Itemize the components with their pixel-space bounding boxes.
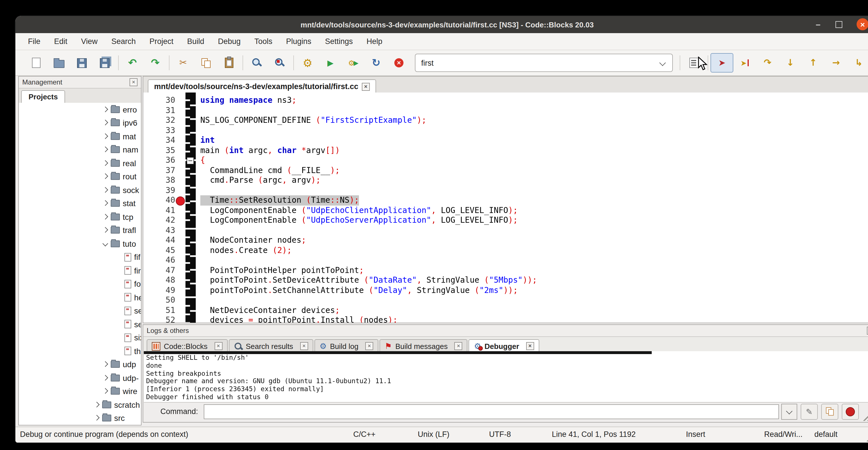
- menu-build[interactable]: Build: [180, 37, 211, 46]
- tree-item-erro[interactable]: erro: [19, 103, 141, 116]
- close-icon[interactable]: ×: [300, 342, 308, 350]
- close-icon[interactable]: ×: [214, 342, 222, 350]
- code-line-39[interactable]: 39: [143, 185, 868, 195]
- code-line-48[interactable]: 48 pointToPoint.SetDeviceAttribute ("Dat…: [143, 275, 868, 285]
- tree-item-nam[interactable]: nam: [19, 143, 141, 156]
- code-line-49[interactable]: 49 pointToPoint.SetChannelAttribute ("De…: [143, 285, 868, 295]
- code-line-37[interactable]: 37 CommandLine cmd (__FILE__);: [143, 165, 868, 175]
- chevron-right-icon[interactable]: [94, 416, 100, 421]
- rebuild-button[interactable]: [365, 53, 388, 72]
- chevron-right-icon[interactable]: [102, 228, 109, 233]
- code-line-51[interactable]: 51 NetDeviceContainer devices;: [143, 305, 868, 315]
- menu-project[interactable]: Project: [143, 37, 180, 46]
- open-button[interactable]: [48, 53, 70, 72]
- code-line-36[interactable]: 36{: [143, 155, 868, 165]
- code-line-31[interactable]: 31: [143, 106, 868, 115]
- tree-item-he[interactable]: he: [19, 291, 141, 304]
- code-line-35[interactable]: 35main (int argc, char *argv[]): [143, 145, 868, 155]
- step-into-button[interactable]: [779, 53, 802, 72]
- chevron-right-icon[interactable]: [94, 402, 100, 408]
- code-line-41[interactable]: 41 LogComponentEnable ("UdpEchoClientApp…: [143, 205, 868, 215]
- tree-item-udp-[interactable]: udp-: [19, 371, 141, 385]
- redo-button[interactable]: [144, 53, 167, 72]
- code-line-30[interactable]: 30using namespace ns3;: [143, 95, 868, 106]
- menu-settings[interactable]: Settings: [318, 37, 360, 46]
- debugger-output[interactable]: Setting SHELL to '/bin/sh'doneSetting br…: [144, 351, 868, 402]
- code-line-34[interactable]: 34int: [143, 136, 868, 145]
- abort-build-button[interactable]: [388, 53, 410, 72]
- log-tab-debugger[interactable]: ⚙Debugger×: [469, 339, 539, 352]
- chevron-right-icon[interactable]: [102, 187, 109, 193]
- save-button[interactable]: [70, 53, 93, 72]
- tab-projects[interactable]: Projects: [21, 90, 65, 103]
- run-button[interactable]: [319, 53, 342, 72]
- code-editor[interactable]: 30using namespace ns3;3132NS_LOG_COMPONE…: [143, 92, 868, 323]
- breakpoint-icon[interactable]: [176, 197, 185, 206]
- chevron-right-icon[interactable]: [102, 375, 109, 381]
- code-line-32[interactable]: 32NS_LOG_COMPONENT_DEFINE ("FirstScriptE…: [143, 115, 868, 125]
- tree-item-fo[interactable]: fo: [19, 277, 141, 291]
- chevron-right-icon[interactable]: [102, 362, 109, 367]
- copy-button[interactable]: [195, 53, 217, 72]
- build-button[interactable]: [296, 53, 319, 72]
- tree-item-trafl[interactable]: trafl: [19, 223, 141, 237]
- copy-log-button[interactable]: [821, 403, 838, 419]
- title-bar[interactable]: mnt/dev/tools/source/ns-3-dev/examples/t…: [16, 16, 868, 33]
- tree-item-udp[interactable]: udp: [19, 358, 141, 371]
- chevron-right-icon[interactable]: [102, 160, 109, 166]
- window-resize-grip[interactable]: [866, 430, 868, 442]
- menu-plugins[interactable]: Plugins: [279, 37, 318, 46]
- code-line-44[interactable]: 44 NodeContainer nodes;: [143, 235, 868, 245]
- editor-tab-first-cc[interactable]: mnt/dev/tools/source/ns-3-dev/examples/t…: [148, 79, 376, 93]
- menu-search[interactable]: Search: [104, 37, 143, 46]
- menu-debug[interactable]: Debug: [211, 37, 248, 46]
- minimize-button[interactable]: –: [812, 18, 824, 30]
- close-icon[interactable]: ×: [365, 342, 373, 350]
- code-line-42[interactable]: 42 LogComponentEnable ("UdpEchoServerApp…: [143, 215, 868, 225]
- build-target-input[interactable]: [415, 59, 660, 67]
- cut-button[interactable]: [172, 53, 195, 72]
- menu-edit[interactable]: Edit: [48, 37, 74, 46]
- code-line-40[interactable]: 40 Time::SetResolution (Time::NS);: [143, 195, 868, 205]
- build-and-run-button[interactable]: [342, 53, 365, 72]
- log-tab-build-messages[interactable]: ⚑Build messages×: [379, 339, 468, 352]
- stop-button[interactable]: [842, 403, 859, 419]
- menu-file[interactable]: File: [21, 37, 48, 46]
- paste-button[interactable]: [217, 53, 240, 72]
- log-tab-search-results[interactable]: Search results×: [228, 339, 313, 352]
- chevron-right-icon[interactable]: [102, 201, 109, 206]
- tree-item-se[interactable]: se: [19, 304, 141, 318]
- code-line-45[interactable]: 45 nodes.Create (2);: [143, 245, 868, 255]
- code-line-50[interactable]: 50: [143, 295, 868, 305]
- chevron-right-icon[interactable]: [102, 147, 109, 153]
- log-tab-code-blocks[interactable]: Code::Blocks×: [147, 339, 227, 352]
- command-dropdown-button[interactable]: [781, 403, 797, 419]
- tree-item-wire[interactable]: wire: [19, 385, 141, 398]
- tree-item-real[interactable]: real: [19, 156, 141, 170]
- step-out-button[interactable]: [802, 53, 825, 72]
- close-icon[interactable]: ×: [362, 83, 370, 91]
- code-line-33[interactable]: 33: [143, 125, 868, 136]
- undo-button[interactable]: [121, 53, 144, 72]
- tree-item-mat[interactable]: mat: [19, 130, 141, 143]
- tree-item-sock[interactable]: sock: [19, 183, 141, 197]
- menu-tools[interactable]: Tools: [247, 37, 279, 46]
- tree-item-scratch[interactable]: scratch: [19, 398, 141, 412]
- tree-item-fif[interactable]: fif: [19, 250, 141, 264]
- find-button[interactable]: [245, 53, 268, 72]
- debug-continue-button[interactable]: [711, 53, 733, 72]
- next-line-button[interactable]: [756, 53, 779, 72]
- chevron-down-icon[interactable]: [660, 60, 665, 65]
- code-line-38[interactable]: 38 cmd.Parse (argc, argv);: [143, 175, 868, 185]
- code-line-46[interactable]: 46: [143, 255, 868, 265]
- replace-button[interactable]: [268, 53, 291, 72]
- tree-item-tuto[interactable]: tuto: [19, 237, 141, 250]
- chevron-right-icon[interactable]: [102, 214, 109, 220]
- tree-item-fir[interactable]: fir: [19, 264, 141, 277]
- chevron-right-icon[interactable]: [102, 120, 109, 126]
- close-icon[interactable]: ×: [526, 342, 534, 350]
- tree-item-ipv6[interactable]: ipv6: [19, 116, 141, 130]
- menu-view[interactable]: View: [74, 37, 104, 46]
- tree-item-th[interactable]: th: [19, 344, 141, 358]
- save-all-button[interactable]: [93, 53, 116, 72]
